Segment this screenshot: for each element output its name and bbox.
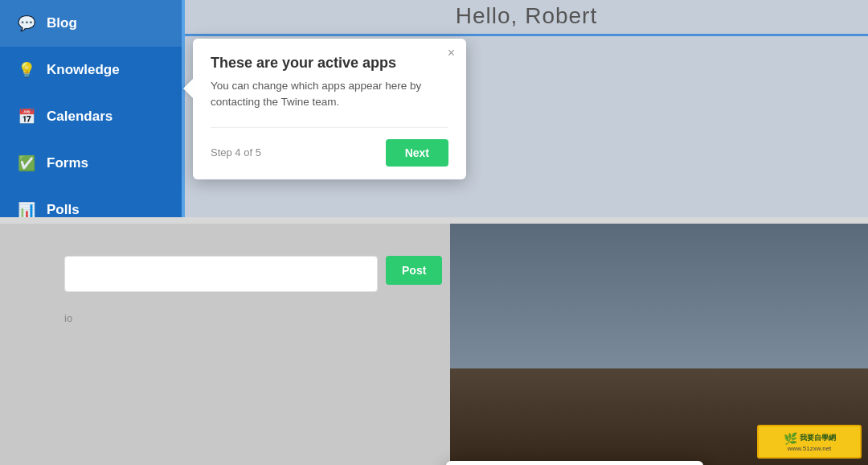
popup1-description: You can change which apps appear here by… (211, 78, 448, 111)
watermark-text-line1: 我要自學網 (800, 433, 836, 443)
sidebar: 💬 Blog 💡 Knowledge 📅 Calendars ✅ Forms 📊… (0, 0, 185, 217)
sky-area (450, 224, 868, 368)
popup-card-active-apps: × These are your active apps You can cha… (193, 39, 466, 179)
sidebar-item-calendars[interactable]: 📅 Calendars (0, 93, 185, 140)
bottom-left-area: Post io (0, 224, 450, 465)
polls-icon: 📊 (18, 201, 35, 217)
watermark: 🌿 我要自學網 www.51zxw.net (757, 425, 862, 459)
popup-card-feed: × This is the feed Here you have 180 cha… (446, 461, 703, 465)
sidebar-label-blog: Blog (47, 15, 77, 31)
sidebar-item-polls[interactable]: 📊 Polls (0, 187, 185, 217)
forms-icon: ✅ (18, 154, 35, 172)
calendar-icon: 📅 (18, 108, 35, 126)
popup1-step: Step 4 of 5 (211, 146, 261, 158)
sidebar-label-forms: Forms (47, 155, 88, 171)
sidebar-item-knowledge[interactable]: 💡 Knowledge (0, 47, 185, 93)
bottom-section: Post io × This is the feed Here you have… (0, 224, 868, 465)
sidebar-label-knowledge: Knowledge (47, 62, 120, 78)
sidebar-item-blog[interactable]: 💬 Blog (0, 0, 185, 47)
popup1-close-button[interactable]: × (448, 47, 455, 60)
knowledge-icon: 💡 (18, 61, 35, 79)
popup1-footer: Step 4 of 5 Next (211, 127, 448, 167)
leaf-icon: 🌿 (784, 432, 797, 445)
popup1-title: These are your active apps (211, 55, 448, 72)
sidebar-label-polls: Polls (47, 202, 80, 217)
page-title: Hello, Robert (456, 3, 597, 29)
sidebar-item-forms[interactable]: ✅ Forms (0, 140, 185, 187)
section-divider (0, 217, 868, 224)
blog-icon: 💬 (18, 14, 35, 32)
header-divider (185, 34, 868, 36)
sidebar-label-calendars: Calendars (47, 109, 113, 125)
popup1-next-button[interactable]: Next (386, 139, 448, 167)
watermark-logo: 🌿 我要自學網 (784, 432, 836, 445)
top-section: 💬 Blog 💡 Knowledge 📅 Calendars ✅ Forms 📊… (0, 0, 868, 217)
bottom-input-label: io (64, 312, 72, 324)
watermark-text-line2: www.51zxw.net (788, 445, 832, 452)
post-button[interactable]: Post (386, 256, 442, 285)
post-input-area[interactable] (64, 256, 378, 292)
